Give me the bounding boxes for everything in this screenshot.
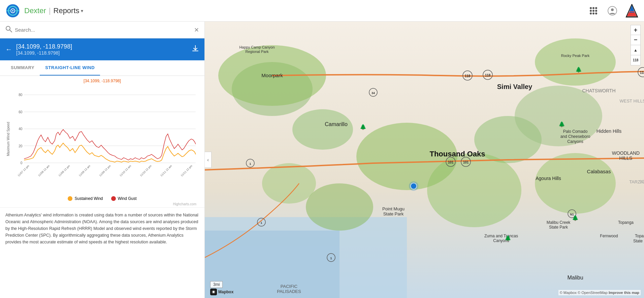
route-118-button[interactable]: 118: [631, 55, 641, 65]
svg-rect-17: [5, 85, 199, 193]
svg-text:🌲: 🌲: [360, 124, 366, 130]
coords-sub: [34.1099, -118.9798]: [16, 50, 189, 56]
chart-area: [34.1099, -118.9798] Maximum Wind Speed …: [0, 76, 204, 206]
svg-text:40: 40: [19, 127, 23, 131]
sustained-wind-legend: Sustained Wind: [68, 196, 103, 201]
attribution-text: © Mapbox © OpenStreetMap: [560, 291, 608, 295]
account-button[interactable]: [606, 5, 618, 17]
north-button[interactable]: ▲: [631, 45, 641, 55]
search-bar: ✕: [0, 22, 204, 38]
svg-text:🌲: 🌲: [558, 121, 565, 127]
svg-text:Rocky Peak Park: Rocky Peak Park: [561, 54, 590, 58]
map-scale: 3mi: [210, 281, 223, 288]
svg-line-16: [10, 30, 12, 32]
svg-text:Fernwood: Fernwood: [600, 234, 618, 238]
apps-button[interactable]: [587, 5, 600, 17]
svg-point-47: [306, 183, 373, 231]
svg-text:CHATSWORTH: CHATSWORTH: [582, 88, 615, 93]
svg-point-48: [262, 163, 316, 204]
svg-text:101: 101: [639, 179, 644, 184]
left-panel: ✕ ← [34.1099, -118.9798] [34.1099, -118.…: [0, 22, 205, 298]
athenium-logo: [625, 4, 639, 18]
chart-subtitle: [34.1099, -118.9798]: [84, 79, 121, 83]
map-attribution: © Mapbox © OpenStreetMap Improve this ma…: [558, 290, 641, 295]
svg-text:0: 0: [21, 161, 23, 165]
svg-text:Topanga: Topanga: [618, 220, 634, 225]
svg-text:Regional Park: Regional Park: [245, 50, 269, 54]
zoom-out-button[interactable]: −: [631, 35, 641, 45]
clear-search-button[interactable]: ✕: [194, 26, 199, 34]
app-header: Dexter | Reports ▾: [0, 0, 644, 22]
svg-text:State Park: State Park: [383, 211, 404, 216]
back-button[interactable]: ←: [5, 46, 12, 53]
svg-text:80: 80: [19, 93, 23, 97]
coords-main: [34.1099, -118.9798]: [16, 43, 189, 50]
svg-text:Palo Comado: Palo Comado: [563, 129, 588, 134]
svg-text:60: 60: [19, 110, 23, 114]
improve-map-link[interactable]: Improve this map: [609, 291, 639, 295]
svg-text:1: 1: [249, 162, 251, 166]
chart-legend: Sustained Wind Wind Gust: [5, 196, 199, 201]
svg-text:Camarillo: Camarillo: [325, 121, 348, 127]
collapse-panel-button[interactable]: ‹: [205, 152, 212, 168]
search-icon: [5, 26, 12, 34]
svg-text:1: 1: [330, 257, 332, 260]
zoom-in-button[interactable]: +: [631, 25, 641, 35]
map-controls: + − ▲ 118: [631, 25, 641, 65]
svg-text:1: 1: [260, 221, 262, 225]
download-button[interactable]: [192, 45, 199, 54]
svg-text:101: 101: [463, 160, 469, 164]
svg-text:Zuma and Trancas: Zuma and Trancas: [484, 234, 518, 238]
svg-text:Happy Camp Canyon: Happy Camp Canyon: [239, 45, 275, 49]
svg-text:Thousand Oaks: Thousand Oaks: [429, 150, 485, 158]
svg-rect-14: [630, 12, 635, 12]
location-info: [34.1099, -118.9798] [34.1099, -118.9798…: [16, 43, 189, 56]
wind-speed-chart: Maximum Wind Speed 80 60 40 20 0 11/07 1…: [5, 85, 199, 193]
wind-gust-legend: Wind Gust: [111, 196, 137, 201]
svg-text:118: 118: [640, 71, 644, 74]
svg-point-50: [535, 38, 616, 86]
svg-text:101: 101: [448, 160, 454, 164]
svg-text:118: 118: [485, 73, 491, 77]
reports-caret-icon: ▾: [81, 8, 83, 13]
svg-point-3: [12, 10, 13, 11]
map-container[interactable]: 101 101 118 118 118 34 1 1 1 Simi Valley…: [205, 22, 644, 298]
svg-text:PALISADES: PALISADES: [277, 289, 301, 294]
svg-text:34: 34: [372, 91, 375, 95]
mapbox-label: Mapbox: [218, 290, 233, 294]
svg-point-15: [6, 26, 10, 30]
highcharts-credit: Highcharts.com: [5, 202, 199, 206]
svg-text:Agoura Hills: Agoura Hills: [536, 176, 561, 181]
chart-container[interactable]: [34.1099, -118.9798] Maximum Wind Speed …: [0, 76, 204, 298]
svg-rect-39: [205, 231, 340, 298]
svg-text:Topanga: Topanga: [635, 234, 644, 238]
dexter-logo: [5, 3, 20, 18]
svg-text:State Park: State Park: [549, 225, 568, 230]
svg-text:Malibu: Malibu: [567, 275, 583, 280]
svg-text:🌲: 🌲: [575, 66, 582, 73]
tab-summary[interactable]: SUMMARY: [5, 60, 40, 76]
svg-text:Moorpark: Moorpark: [261, 72, 283, 78]
svg-text:118: 118: [465, 74, 471, 78]
svg-point-46: [535, 153, 616, 214]
svg-text:State Park: State Park: [633, 239, 644, 243]
map-svg: 101 101 118 118 118 34 1 1 1 Simi Valley…: [205, 22, 644, 298]
header-divider: |: [49, 6, 51, 15]
svg-text:Maximum Wind Speed: Maximum Wind Speed: [6, 122, 10, 156]
svg-text:WEST HILLS: WEST HILLS: [619, 98, 644, 103]
mapbox-logo: Mapbox: [210, 289, 233, 295]
grid-icon: [590, 7, 597, 14]
reports-label[interactable]: Reports ▾: [54, 6, 83, 15]
svg-text:PACIFIC: PACIFIC: [281, 284, 297, 289]
description-text: Athenium Analytics' wind information is …: [0, 207, 204, 251]
tabs: SUMMARY STRAIGHT-LINE WIND: [0, 60, 204, 76]
svg-text:🌲: 🌲: [572, 215, 579, 221]
tab-straight-line-wind[interactable]: STRAIGHT-LINE WIND: [40, 60, 100, 76]
svg-point-112: [213, 291, 215, 293]
search-input[interactable]: [15, 27, 191, 33]
svg-point-7: [611, 8, 614, 11]
svg-text:Canyons: Canyons: [567, 139, 583, 144]
svg-text:and Cheeseboro: and Cheeseboro: [560, 134, 590, 139]
svg-point-41: [292, 109, 353, 150]
svg-point-45: [427, 153, 521, 227]
